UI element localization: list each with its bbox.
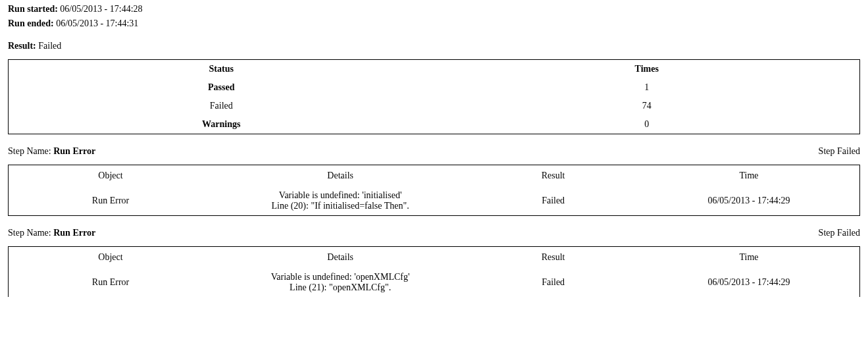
run-started-line: Run started: 06/05/2013 - 17:44:28 <box>8 4 860 14</box>
summary-row: Failed 74 <box>9 97 860 115</box>
details-header-time: Time <box>638 165 859 187</box>
summary-times-cell: 74 <box>434 97 860 115</box>
run-ended-label: Run ended: <box>8 18 54 28</box>
summary-times-cell: 0 <box>434 115 860 134</box>
details-object-cell: Run Error <box>9 186 213 216</box>
result-label: Result: <box>8 41 36 51</box>
step-name: Step Name: Run Error <box>8 228 95 238</box>
summary-header-times: Times <box>434 60 860 79</box>
details-header-result: Result <box>468 247 638 269</box>
step-name-value: Run Error <box>53 146 95 156</box>
summary-status-cell: Warnings <box>9 115 434 134</box>
run-ended-value: 06/05/2013 - 17:44:31 <box>56 18 138 28</box>
run-started-value: 06/05/2013 - 17:44:28 <box>60 4 142 14</box>
step-name-value: Run Error <box>53 228 95 238</box>
details-details-cell: Variable is undefined: 'openXMLCfg' Line… <box>213 268 468 297</box>
details-details-cell: Variable is undefined: 'initialised' Lin… <box>213 186 468 216</box>
step-name-label: Step Name: <box>8 228 51 238</box>
details-line2: Line (20): "If initialised=false Then". <box>272 201 409 211</box>
step-status: Step Failed <box>819 146 860 157</box>
details-header-result: Result <box>468 165 638 187</box>
summary-status-cell: Failed <box>9 97 434 115</box>
details-result-cell: Failed <box>468 186 638 216</box>
details-line2: Line (21): "openXMLCfg". <box>271 282 410 293</box>
details-time-cell: 06/05/2013 - 17:44:29 <box>638 268 859 297</box>
step-name: Step Name: Run Error <box>8 146 95 157</box>
details-row: Run Error Variable is undefined: 'openXM… <box>9 268 860 297</box>
step-name-label: Step Name: <box>8 146 51 156</box>
details-header-details: Details <box>213 247 468 269</box>
details-header-object: Object <box>9 165 213 187</box>
summary-row: Warnings 0 <box>9 115 860 134</box>
step-details-table: Object Details Result Time Run Error Var… <box>8 165 860 216</box>
details-line1: Variable is undefined: 'initialised' <box>272 190 409 201</box>
summary-times-cell: 1 <box>434 78 860 97</box>
summary-table: Status Times Passed 1 Failed 74 Warnings… <box>8 59 860 134</box>
details-header-time: Time <box>638 247 859 269</box>
run-started-label: Run started: <box>8 4 58 14</box>
run-ended-line: Run ended: 06/05/2013 - 17:44:31 <box>8 18 860 29</box>
result-line: Result: Failed <box>8 41 860 51</box>
details-header-row: Object Details Result Time <box>9 247 860 269</box>
details-time-cell: 06/05/2013 - 17:44:29 <box>638 186 859 216</box>
details-row: Run Error Variable is undefined: 'initia… <box>9 186 860 216</box>
details-header-row: Object Details Result Time <box>9 165 860 187</box>
summary-status-cell: Passed <box>9 78 434 97</box>
details-header-object: Object <box>9 247 213 269</box>
step-header-row: Step Name: Run Error Step Failed <box>8 146 860 157</box>
summary-header-status: Status <box>9 60 434 79</box>
result-value: Failed <box>38 41 61 51</box>
step-header-row: Step Name: Run Error Step Failed <box>8 228 860 238</box>
summary-header-row: Status Times <box>9 60 860 79</box>
details-result-cell: Failed <box>468 268 638 297</box>
step-details-table: Object Details Result Time Run Error Var… <box>8 246 860 297</box>
details-object-cell: Run Error <box>9 268 213 297</box>
step-status: Step Failed <box>819 228 860 238</box>
summary-row: Passed 1 <box>9 78 860 97</box>
details-header-details: Details <box>213 165 468 187</box>
details-line1: Variable is undefined: 'openXMLCfg' <box>271 272 410 282</box>
